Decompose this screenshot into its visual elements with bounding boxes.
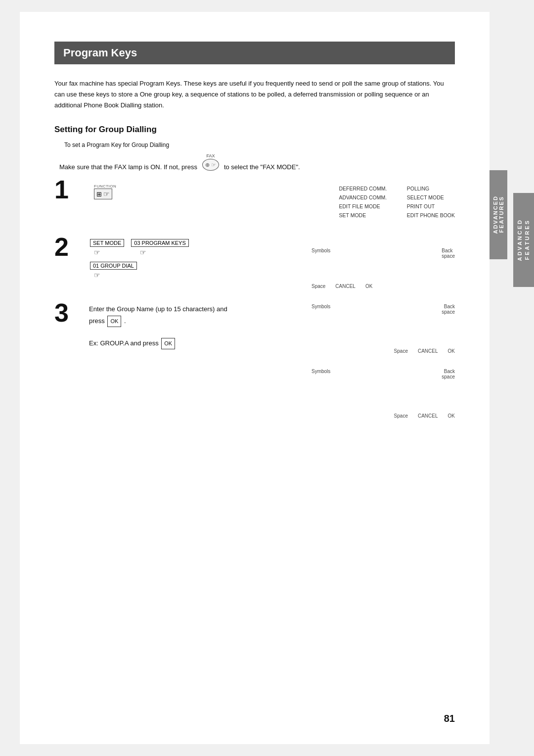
program-keys-key: 03 PROGRAM KEYS ☞ xyxy=(130,238,190,257)
step-3-number: 3 xyxy=(54,300,89,428)
instruction-text: To set a Program Key for Group Dialling xyxy=(64,142,455,148)
page-title: Program Keys xyxy=(63,47,446,59)
group-dial-cursor: ☞ xyxy=(94,271,100,279)
set-mode-cursor: ☞ xyxy=(94,248,100,256)
page: ADVANCEDFEATURES Program Keys Your fax m… xyxy=(20,12,490,744)
step-3-kbd-area: Symbols Backspace Space CANCEL OK xyxy=(237,304,455,428)
fax-button-visual: FAX ⊕ ☞ xyxy=(202,153,219,171)
side-tab-text: ADVANCEDFEATURES xyxy=(492,195,504,234)
page-number: 81 xyxy=(444,713,455,724)
fax-btn-circle: ⊕ ☞ xyxy=(202,159,219,171)
set-mode-key: SET MODE ☞ xyxy=(89,238,125,257)
step-2-number: 2 xyxy=(54,234,89,289)
step-3: 3 Enter the Group Name (up to 15 charact… xyxy=(54,304,455,428)
function-key-visual: FUNCTION ⊞ ☞ xyxy=(94,184,116,199)
lcd-item-polling: POLLING xyxy=(407,186,455,191)
lcd-item-advanced: ADVANCED COMM. xyxy=(339,194,387,200)
step-3-line1: Enter the Group Name (up to 15 character… xyxy=(89,304,237,315)
step-2-content: SET MODE ☞ 03 PROGRAM KEYS ☞ 01 GROUP DI… xyxy=(89,238,455,289)
kbd3b-cancel: CANCEL xyxy=(418,413,438,419)
kbd2-ok: OK xyxy=(365,284,372,289)
kbd3b-space: Space xyxy=(394,413,408,419)
step-1-content: FUNCTION ⊞ ☞ DEFERRED COMM. POLLING ADVA… xyxy=(89,181,455,223)
step-3-content: Enter the Group Name (up to 15 character… xyxy=(89,304,455,428)
kbd3b-spacer xyxy=(312,383,455,413)
advanced-features-tab: ADVANCEDFEATURES xyxy=(513,193,534,287)
kbd2-bottom-row: Space CANCEL OK xyxy=(312,284,455,289)
lcd-item-setmode: SET MODE xyxy=(339,212,387,218)
kbd3a: Symbols Backspace Space CANCEL OK xyxy=(312,304,455,354)
step-3-text-area: Enter the Group Name (up to 15 character… xyxy=(89,304,237,428)
kbd3a-top: Symbols Backspace xyxy=(312,304,455,315)
fax-mode-text-before: Make sure that the FAX lamp is ON. If no… xyxy=(59,163,197,171)
kbd2-cancel: CANCEL xyxy=(335,284,356,289)
lcd-item-select: SELECT MODE xyxy=(407,194,455,200)
fax-label: FAX xyxy=(206,153,215,158)
step-3-line3: Ex: GROUP.A and press OK xyxy=(89,337,237,350)
kbd3b-bottom: Space CANCEL OK xyxy=(312,413,455,419)
side-tab-label: ADVANCEDFEATURES xyxy=(516,219,532,261)
step-1: 1 FUNCTION ⊞ ☞ DEFERRED COMM. POLLING xyxy=(54,181,455,223)
function-key-label: FUNCTION xyxy=(94,184,116,189)
ok-key-2: OK xyxy=(161,338,175,349)
kbd3b-backspace: Backspace xyxy=(442,369,455,379)
kbd2-symbols: Symbols xyxy=(312,248,330,259)
kbd3a-ok: OK xyxy=(448,348,455,354)
lcd-item-editphone: EDIT PHONE BOOK xyxy=(407,212,455,218)
kbd3a-spacer xyxy=(312,319,455,348)
kbd2-backspace: Backspace xyxy=(442,248,455,259)
fax-mode-text-after: to select the "FAX MODE". xyxy=(224,163,300,171)
kbd3b-ok: OK xyxy=(448,413,455,419)
func-key-icon: ⊞ xyxy=(96,190,102,198)
kbd3a-symbols: Symbols xyxy=(312,304,330,315)
kbd3a-backspace: Backspace xyxy=(442,304,455,315)
intro-paragraph: Your fax machine has special Program Key… xyxy=(54,78,455,111)
lcd-item-deferred: DEFERRED COMM. xyxy=(339,186,387,191)
page-header-bar: Program Keys xyxy=(54,42,455,64)
kbd3a-space: Space xyxy=(394,348,408,354)
lcd-item-printout: PRINT OUT xyxy=(407,203,455,209)
kbd3a-bottom: Space CANCEL OK xyxy=(312,348,455,354)
kbd3b: Symbols Backspace Space CANCEL OK xyxy=(312,369,455,419)
step-2-keys-row2: 01 GROUP DIAL ☞ xyxy=(89,261,237,280)
set-mode-label: SET MODE xyxy=(90,239,124,247)
step-1-number: 1 xyxy=(54,177,89,223)
lcd-menu-grid: DEFERRED COMM. POLLING ADVANCED COMM. SE… xyxy=(339,181,455,223)
fax-mode-line: Make sure that the FAX lamp is ON. If no… xyxy=(59,153,455,171)
group-dial-label: 01 GROUP DIAL xyxy=(90,262,137,270)
kbd2-top-row: Symbols Backspace xyxy=(312,248,455,259)
ok-key-1: OK xyxy=(107,316,121,327)
program-keys-cursor: ☞ xyxy=(140,248,146,256)
lcd-item-editfile: EDIT FILE MODE xyxy=(339,203,387,209)
program-keys-label: 03 PROGRAM KEYS xyxy=(131,239,189,247)
step-3-line2: press OK . xyxy=(89,315,237,328)
step-2-keys-row1: SET MODE ☞ 03 PROGRAM KEYS ☞ xyxy=(89,238,237,257)
kbd3a-cancel: CANCEL xyxy=(418,348,438,354)
kbd2-space: Space xyxy=(312,284,325,289)
step-2: 2 SET MODE ☞ 03 PROGRAM KEYS ☞ xyxy=(54,238,455,289)
kbd3b-top: Symbols Backspace xyxy=(312,369,455,379)
function-key-box: ⊞ ☞ xyxy=(94,189,112,199)
kbd3b-symbols: Symbols xyxy=(312,369,330,379)
side-tab: ADVANCEDFEATURES xyxy=(490,170,507,259)
section-heading: Setting for Group Dialling xyxy=(54,125,455,135)
step-2-kbd: Symbols Backspace Space CANCEL OK xyxy=(237,238,455,289)
func-key-cursor: ☞ xyxy=(103,190,110,198)
